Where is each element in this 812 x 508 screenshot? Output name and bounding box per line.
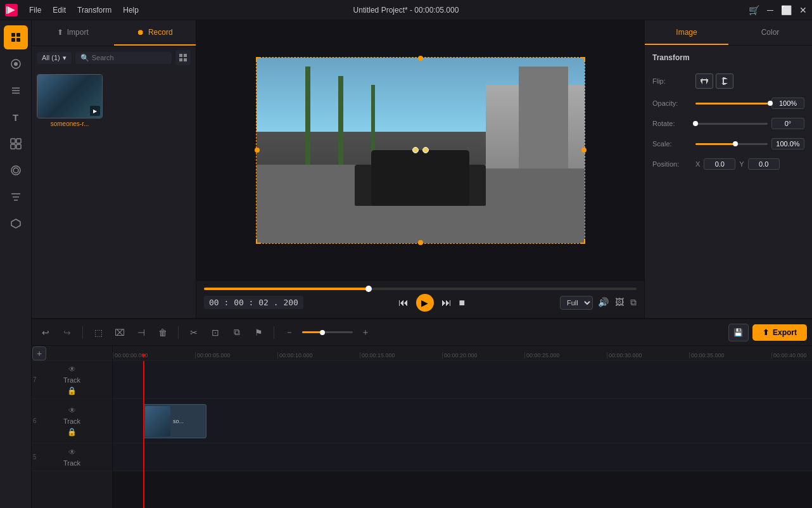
export-button[interactable]: ⬆ Export [752,324,807,341]
tab-color[interactable]: Color [728,20,812,45]
maximize-button[interactable]: ⬜ [781,5,792,15]
zoom-slider[interactable] [302,331,353,333]
svg-rect-12 [16,144,21,149]
sidebar-item-audio[interactable] [4,79,28,103]
save-button[interactable]: 💾 [728,324,749,341]
track-label-5: 5 👁 Track [32,443,112,471]
track-visibility-icon-6[interactable]: 👁 [68,406,76,415]
record-icon: ⏺ [137,28,144,37]
list-item[interactable]: ▶ someones-r... [37,74,103,127]
track-lock-icon-7[interactable]: 🔒 [67,386,77,395]
track-lock-icon-6[interactable]: 🔒 [67,428,77,436]
track-visibility-icon-7[interactable]: 👁 [68,365,76,374]
track-number-7: 7 [33,376,37,383]
ruler-mark-2: 00:00:10.000 [277,352,360,359]
position-row: Position: X Y [652,158,804,170]
tab-image[interactable]: Image [645,20,728,45]
minimize-button[interactable]: ─ [767,5,773,15]
menu-help[interactable]: Help [123,6,139,15]
pos-y-input[interactable] [748,158,780,170]
svg-rect-22 [179,58,182,61]
track-row-6: so... [113,399,812,443]
tab-record[interactable]: ⏺ Record [114,20,196,46]
progress-thumb[interactable] [365,286,372,292]
pos-x-label: X [695,160,700,168]
sidebar-item-filters[interactable] [4,185,28,209]
crop-button[interactable]: ⊡ [206,324,224,341]
flip-horizontal-button[interactable] [695,73,713,89]
sidebar-item-transitions[interactable] [4,132,28,156]
sidebar-item-text[interactable]: T [4,105,28,129]
screenshot-icon[interactable]: 🖼 [615,297,624,308]
playhead[interactable] [143,361,144,508]
undo-button[interactable]: ↩ [37,324,54,341]
zoom-in-button[interactable]: ＋ [357,324,374,341]
video-clip[interactable]: so... [143,404,206,438]
svg-rect-20 [179,54,182,57]
export-icon: ⬆ [763,328,769,337]
ruler-spacer: + [32,346,112,361]
sidebar-item-effects[interactable] [4,158,28,182]
media-filter-dropdown[interactable]: All (1) ▾ [37,52,72,64]
opacity-slider[interactable] [695,103,768,105]
svg-marker-0 [8,6,15,14]
svg-rect-13 [11,144,15,149]
redo-button[interactable]: ↪ [58,324,76,341]
quality-select[interactable]: Full1/21/4 [560,296,593,310]
properties-panel: Image Color Transform Flip: [644,20,812,318]
cart-icon[interactable]: 🛒 [749,5,759,15]
property-tabs: Image Color [645,20,812,46]
opacity-label: Opacity: [652,99,690,107]
rotate-slider[interactable] [695,123,768,125]
progress-fill [204,288,369,290]
video-preview [256,57,585,244]
play-button[interactable]: ▶ [416,294,434,312]
stop-button[interactable]: ■ [459,297,466,308]
split-tool-button[interactable]: ⊣ [132,324,150,341]
cut-button[interactable]: ✂ [185,324,203,341]
timeline-tracks: 00:00:00.000 00:00:05.000 00:00:10.000 0… [113,346,812,508]
close-button[interactable]: ✕ [799,5,807,15]
menu-edit[interactable]: Edit [53,6,66,15]
track-label-6: 6 👁 Track 🔒 [32,399,112,443]
add-track-button[interactable]: + [32,346,46,360]
track-name-5: Track [63,459,80,467]
preview-controls: 00 : 00 : 02 . 200 ⏮ ▶ ⏭ ■ Full1/21/4 [196,280,644,318]
scale-slider[interactable] [695,143,768,145]
toolbar-divider-2 [178,326,179,339]
pip-icon[interactable]: ⧉ [630,297,637,308]
filter-chevron-icon: ▾ [63,54,67,62]
progress-bar[interactable] [204,288,637,290]
menu-transform[interactable]: Transform [77,6,111,15]
step-back-button[interactable]: ⏮ [398,297,409,308]
zoom-control [302,331,353,333]
sidebar-item-media[interactable] [4,52,28,76]
app-logo [5,4,18,16]
opacity-row: Opacity: 100% [652,98,804,109]
ruler-mark-7: 00:00:35.000 [689,352,771,359]
step-forward-button[interactable]: ⏭ [441,297,452,308]
copy-button[interactable]: ⧉ [228,324,246,341]
track-visibility-icon-5[interactable]: 👁 [68,448,76,457]
trim-tool-button[interactable]: ⌧ [111,324,129,341]
select-tool-button[interactable]: ⬚ [89,324,107,341]
grid-view-button[interactable] [175,50,191,65]
svg-rect-21 [184,54,187,57]
media-search-box: 🔍 [75,52,172,64]
tab-import[interactable]: ⬆ Import [32,20,114,46]
marker-button[interactable]: ⚑ [250,324,267,341]
content-area: ⬆ Import ⏺ Record All (1) ▾ 🔍 [32,20,812,508]
sidebar-item-overlay[interactable] [4,212,28,236]
search-input[interactable] [92,54,167,61]
clip-thumbnail [145,406,170,436]
delete-button[interactable]: 🗑 [154,324,172,341]
flip-vertical-button[interactable] [716,73,733,89]
media-panel: ⬆ Import ⏺ Record All (1) ▾ 🔍 [32,20,196,318]
track-label-7: 7 👁 Track 🔒 [32,361,112,399]
zoom-out-button[interactable]: － [281,324,298,341]
sidebar-item-home[interactable] [4,25,28,49]
volume-icon[interactable]: 🔊 [598,297,609,308]
pos-x-input[interactable] [704,158,735,170]
menu-file[interactable]: File [29,6,41,15]
opacity-value: 100% [771,98,804,109]
